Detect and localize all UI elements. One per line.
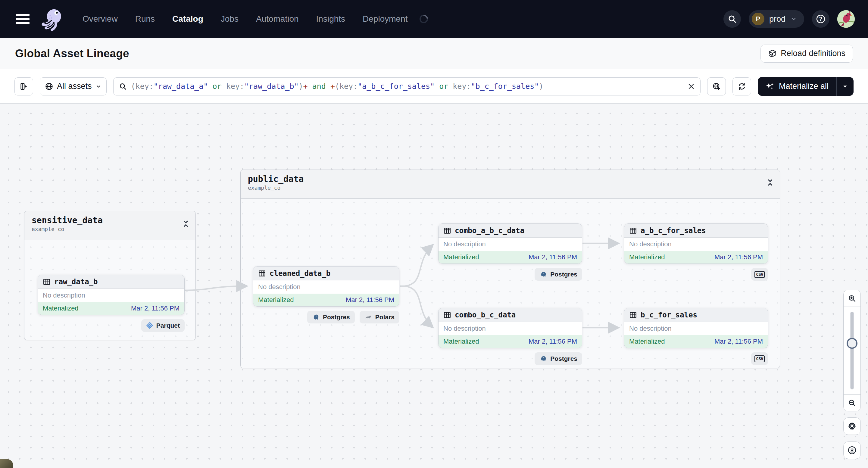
svg-text:?: ? — [819, 16, 823, 22]
table-icon — [43, 278, 51, 286]
asset-node-cleaned-data-b[interactable]: cleaned_data_b No description Materializ… — [253, 266, 399, 307]
asset-description: No description — [438, 238, 582, 251]
zoom-controls — [843, 290, 861, 411]
postgres-icon — [312, 313, 320, 321]
asset-node-header: raw_data_b — [38, 275, 184, 289]
nav-links: Overview Runs Catalog Jobs Automation In… — [83, 14, 428, 24]
help-button[interactable]: ? — [812, 10, 830, 28]
lineage-graph-canvas[interactable]: sensitive_data example_co public_data ex… — [0, 103, 868, 468]
asset-kind-badges: Parquet — [38, 319, 185, 332]
materialized-timestamp: Mar 2, 11:56 PM — [346, 296, 394, 304]
cardinal-bird-avatar-image — [837, 10, 855, 28]
dagster-logo[interactable] — [40, 6, 65, 32]
parquet-icon — [146, 322, 153, 329]
environment-name: prod — [769, 14, 785, 24]
globe-plus-icon — [712, 82, 721, 91]
asset-search-input[interactable]: (key:"raw_data_a" or key:"raw_data_b")+ … — [113, 77, 701, 95]
refresh-graph-button[interactable] — [733, 77, 751, 95]
zoom-slider-handle[interactable] — [847, 338, 858, 349]
reload-cube-icon — [768, 49, 777, 58]
close-icon — [688, 83, 695, 90]
materialized-timestamp: Mar 2, 11:56 PM — [131, 305, 180, 312]
nav-item-automation[interactable]: Automation — [256, 14, 299, 24]
kind-badge-postgres[interactable]: Postgres — [535, 352, 582, 365]
environment-switcher[interactable]: P prod — [749, 10, 804, 28]
asset-node-a-b-c-for-sales[interactable]: a_b_c_for_sales No description Materiali… — [624, 223, 768, 264]
hamburger-menu-icon[interactable] — [13, 12, 32, 26]
asset-node-header: cleaned_data_b — [253, 267, 399, 280]
materialized-timestamp: Mar 2, 11:56 PM — [714, 253, 763, 261]
view-scope-button[interactable] — [707, 77, 726, 95]
download-graph-button[interactable] — [843, 441, 861, 459]
nav-item-jobs[interactable]: Jobs — [221, 14, 239, 24]
reload-definitions-button[interactable]: Reload definitions — [761, 44, 853, 63]
asset-status-bar: Materialized Mar 2, 11:56 PM — [253, 293, 399, 306]
nav-item-catalog[interactable]: Catalog — [172, 14, 203, 24]
asset-node-b-c-for-sales[interactable]: b_c_for_sales No description Materialize… — [624, 308, 768, 348]
kind-badge-postgres[interactable]: Postgres — [307, 311, 355, 323]
lineage-toolbar: All assets (key:"raw_data_a" or key:"raw… — [0, 69, 868, 103]
materialize-all-label: Materialize all — [779, 82, 829, 91]
asset-node-raw-data-b[interactable]: raw_data_b No description Materialized M… — [38, 275, 185, 315]
user-avatar[interactable] — [837, 10, 855, 28]
global-search-button[interactable] — [723, 10, 741, 28]
zoom-in-button[interactable] — [844, 290, 861, 307]
asset-description: No description — [624, 238, 768, 251]
kind-badge-label: Parquet — [156, 322, 180, 329]
asset-node-combo-b-c-data[interactable]: combo_b_c_data No description Materializ… — [438, 308, 582, 348]
materialize-all-button[interactable]: Materialize all — [758, 77, 836, 96]
graph-settings-button[interactable] — [843, 417, 861, 435]
materialize-all-split-button: Materialize all — [758, 77, 854, 96]
globe-icon — [45, 82, 53, 91]
toggle-sidebar-button[interactable] — [14, 77, 33, 95]
chevron-down-icon — [95, 84, 101, 89]
zoom-in-icon — [848, 294, 856, 303]
nav-item-deployment[interactable]: Deployment — [363, 14, 407, 24]
asset-status-bar: Materialized Mar 2, 11:56 PM — [438, 335, 582, 348]
zoom-out-icon — [848, 399, 856, 407]
polars-bear-icon — [365, 313, 372, 321]
kind-badge-parquet[interactable]: Parquet — [141, 319, 185, 332]
clear-search-button[interactable] — [688, 83, 695, 90]
table-icon — [258, 270, 266, 277]
kind-badge-postgres[interactable]: Postgres — [535, 268, 582, 281]
kind-badge-label: Polars — [375, 313, 395, 321]
zoom-out-button[interactable] — [844, 394, 861, 411]
materialized-status: Materialized — [443, 338, 479, 345]
zoom-slider[interactable] — [844, 307, 861, 394]
postgres-icon — [539, 271, 547, 278]
asset-node-combo-a-b-c-data[interactable]: combo_a_b_c_data No description Material… — [438, 223, 582, 264]
asset-status-bar: Materialized Mar 2, 11:56 PM — [38, 302, 184, 315]
asset-status-bar: Materialized Mar 2, 11:56 PM — [624, 251, 768, 263]
kind-badge-label: Postgres — [550, 271, 577, 278]
asset-name: combo_b_c_data — [455, 311, 516, 319]
reload-definitions-label: Reload definitions — [781, 49, 845, 58]
table-icon — [629, 311, 637, 319]
kind-badge-polars[interactable]: Polars — [360, 311, 399, 323]
materialized-status: Materialized — [629, 253, 665, 261]
page-title: Global Asset Lineage — [15, 47, 129, 60]
materialized-status: Materialized — [629, 338, 665, 345]
nav-item-runs[interactable]: Runs — [135, 14, 155, 24]
asset-kind-badges: Postgres — [438, 268, 582, 281]
caret-down-icon — [842, 83, 848, 90]
kind-badge-label: Postgres — [323, 313, 350, 321]
nav-item-insights[interactable]: Insights — [316, 14, 345, 24]
asset-node-header: combo_b_c_data — [438, 308, 582, 322]
postgres-icon — [539, 355, 547, 363]
search-query-text: (key:"raw_data_a" or key:"raw_data_b")+ … — [131, 82, 683, 91]
kind-badge-csv[interactable]: CSV — [751, 352, 768, 365]
asset-node-header: b_c_for_sales — [624, 308, 768, 322]
asset-name: a_b_c_for_sales — [641, 226, 706, 235]
asset-scope-dropdown[interactable]: All assets — [40, 77, 106, 95]
nav-item-overview[interactable]: Overview — [83, 14, 118, 24]
refresh-icon — [738, 82, 746, 91]
asset-description: No description — [438, 322, 582, 335]
materialize-options-button[interactable] — [837, 77, 854, 96]
asset-name: b_c_for_sales — [641, 311, 697, 319]
kind-badge-csv[interactable]: CSV — [751, 268, 768, 281]
materialized-status: Materialized — [443, 253, 479, 261]
nav-right-actions: P prod ? — [723, 10, 855, 28]
table-icon — [629, 227, 637, 235]
asset-name: combo_a_b_c_data — [455, 226, 524, 235]
